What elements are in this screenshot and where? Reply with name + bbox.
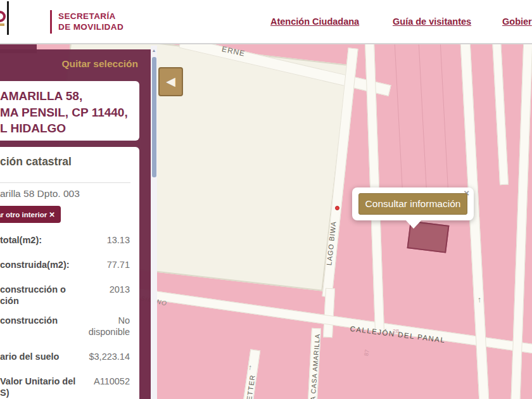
app-window: ERNE LAGO BIWA CALLEJÓN DEL PANAL DA CAS…: [0, 0, 532, 399]
address-line: L HIDALGO: [0, 120, 139, 137]
street-vertical-2: [460, 44, 490, 399]
field-value: A110052: [79, 376, 130, 388]
field-label: ción: [0, 296, 84, 307]
field-label: Valor Unitario del: [0, 376, 84, 388]
lot-number: 87: [363, 349, 370, 357]
field-label: total(m2):: [0, 235, 84, 246]
map-tooltip: × Consultar información: [352, 187, 474, 220]
street-label-no: NO: [156, 298, 168, 307]
field-value: 77.71: [79, 260, 130, 271]
tooltip-tail: [405, 220, 422, 229]
map-point-marker: [335, 206, 339, 210]
panel-scrollbar: ▲: [151, 46, 157, 399]
select-other-interior-button[interactable]: ar otro interior ✕: [0, 206, 61, 223]
field-value: 2013: [79, 284, 130, 296]
street-biwa-lower: [323, 288, 335, 338]
field-label: ario del suelo: [0, 352, 84, 363]
address-line: MA PENSIL, CP 11440,: [0, 104, 139, 121]
collapse-panel-button[interactable]: ◀: [158, 67, 183, 96]
field-value: $3,223.14: [79, 352, 130, 363]
top-header: SECRETARÍA DE MOVILIDAD Atención Ciudada…: [0, 0, 532, 44]
field-label: construida(m2):: [0, 260, 84, 271]
logo-fragment: [7, 1, 9, 35]
nav-link-guia-de-visitantes[interactable]: Guía de visitantes: [393, 16, 471, 27]
property-info-panel: Quitar selección AMARILLA 58, MA PENSIL,…: [0, 49, 151, 399]
section-title: ción catastral: [0, 155, 72, 168]
consultar-informacion-button[interactable]: Consultar información: [358, 193, 467, 215]
field-value: disponible: [79, 327, 130, 338]
field-label: construcción: [0, 315, 84, 327]
one-way-arrow-icon: ↑: [478, 295, 482, 304]
logo-fragment: [0, 11, 6, 22]
street-vertical-3: [492, 44, 509, 185]
brand-line: DE MOVILIDAD: [58, 22, 124, 32]
address-card: AMARILLA 58, MA PENSIL, CP 11440, L HIDA…: [0, 81, 139, 141]
field-label: construcción o: [0, 284, 84, 296]
logo-fragment: [0, 23, 4, 26]
field-label: S): [0, 388, 84, 399]
divider: [0, 182, 130, 183]
cadastral-info-card: ción catastral arilla 58 Dpto. 003 ar ot…: [0, 147, 139, 399]
scroll-up-arrow-icon[interactable]: ▲: [151, 48, 157, 53]
brand-title: SECRETARÍA DE MOVILIDAD: [58, 11, 124, 32]
address-line: AMARILLA 58,: [0, 88, 139, 104]
brand-divider: [50, 10, 52, 34]
interior-label: arilla 58 Dpto. 003: [0, 188, 80, 200]
nav-link-atencion-ciudadana[interactable]: Atención Ciudadana: [270, 16, 359, 27]
scrollbar-thumb[interactable]: [152, 57, 156, 177]
brand-line: SECRETARÍA: [58, 11, 124, 22]
nav-link-gobierno[interactable]: Gobier: [502, 16, 532, 27]
field-value: 13.13: [79, 235, 130, 246]
clear-selection-button[interactable]: Quitar selección: [61, 58, 138, 70]
lot-number: 28: [393, 328, 399, 334]
field-value: No: [79, 315, 130, 327]
